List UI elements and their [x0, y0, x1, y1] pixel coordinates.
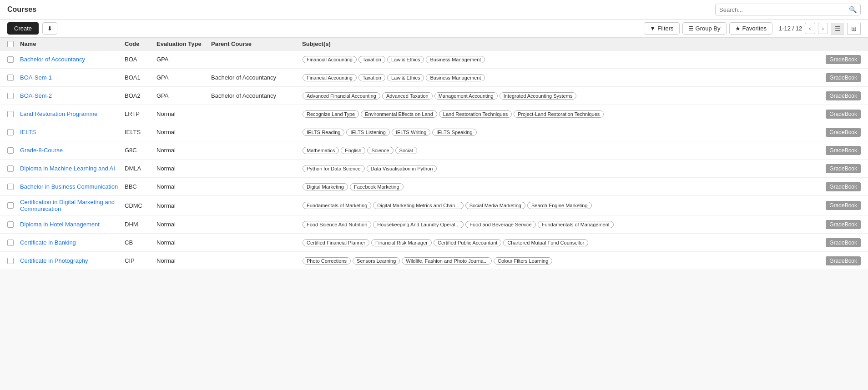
row-parent-course: Bachelor of Accountancy: [211, 92, 302, 99]
subject-tag: Taxation: [358, 56, 385, 63]
row-checkbox[interactable]: [7, 93, 14, 99]
row-eval-type: Normal: [156, 239, 211, 246]
filter-icon: ▼: [650, 25, 656, 32]
list-view-button[interactable]: ☰: [831, 23, 844, 35]
row-code: G8C: [125, 147, 156, 154]
row-name[interactable]: Grade-8-Course: [20, 147, 125, 154]
gradebook-button[interactable]: GradeBook: [826, 128, 861, 137]
favorites-button[interactable]: ★ Favorites: [729, 22, 772, 35]
subject-tag: Facebook Marketing: [350, 183, 404, 190]
gradebook-button[interactable]: GradeBook: [826, 238, 861, 247]
row-subjects: IELTS-ReadingIELTS-ListeningIELTS-Writin…: [302, 128, 820, 136]
row-checkbox[interactable]: [7, 240, 14, 246]
group-by-button[interactable]: ☰ Group By: [682, 22, 727, 35]
subject-tag: Certified Public Accountant: [434, 239, 501, 246]
row-subjects: Financial AccountingTaxationLaw & Ethics…: [302, 74, 820, 82]
row-name[interactable]: Bachelor of Accountancy: [20, 56, 125, 63]
row-name[interactable]: Land Restoration Programme: [20, 110, 125, 117]
subject-tag: Food and Beverage Service: [465, 221, 535, 228]
row-eval-type: Normal: [156, 147, 211, 154]
row-name[interactable]: Certificate in Photography: [20, 257, 125, 264]
row-checkbox[interactable]: [7, 165, 14, 172]
row-checkbox[interactable]: [7, 221, 14, 228]
row-code: BOA1: [125, 74, 156, 81]
subject-tag: Colour Filters Learning: [494, 257, 552, 265]
gradebook-button[interactable]: GradeBook: [826, 201, 861, 210]
subject-tag: Sensors Learning: [353, 257, 400, 265]
gradebook-button[interactable]: GradeBook: [826, 91, 861, 100]
subject-tag: Science: [367, 147, 393, 154]
subject-tag: Social: [395, 147, 417, 154]
row-eval-type: Normal: [156, 110, 211, 117]
table-row: Grade-8-CourseG8CNormalMathematicsEnglis…: [0, 141, 868, 160]
filters-button[interactable]: ▼ Filters: [644, 22, 679, 35]
subject-tag: Business Management: [426, 56, 485, 63]
gradebook-button[interactable]: GradeBook: [826, 110, 861, 119]
pagination-info: 1-12 / 12: [779, 25, 802, 32]
next-page-button[interactable]: ›: [818, 23, 828, 34]
subject-tag: Financial Accounting: [303, 56, 357, 63]
subject-tag: IELTS-Listening: [346, 129, 389, 136]
gradebook-button[interactable]: GradeBook: [826, 146, 861, 155]
row-code: DMLA: [125, 165, 156, 172]
row-name[interactable]: BOA-Sem-2: [20, 92, 125, 99]
gradebook-button[interactable]: GradeBook: [826, 182, 861, 191]
grid-view-button[interactable]: ⊞: [847, 23, 861, 35]
row-eval-type: GPA: [156, 56, 211, 63]
row-checkbox[interactable]: [7, 147, 14, 154]
row-code: CB: [125, 239, 156, 246]
row-subjects: Financial AccountingTaxationLaw & Ethics…: [302, 55, 820, 64]
row-subjects: Fundamentals of MarketingDigital Marketi…: [302, 201, 820, 210]
gradebook-button[interactable]: GradeBook: [826, 73, 861, 82]
row-checkbox[interactable]: [7, 184, 14, 190]
table-row: BOA-Sem-2BOA2GPABachelor of AccountancyA…: [0, 87, 868, 105]
row-name[interactable]: Diploma in Hotel Management: [20, 221, 125, 228]
row-name[interactable]: Certificate in Banking: [20, 239, 125, 246]
row-name[interactable]: Certification in Digital Marketing and C…: [20, 199, 125, 212]
search-input[interactable]: [719, 6, 849, 13]
row-name[interactable]: Bachelor in Business Communication: [20, 183, 125, 190]
table-row: Bachelor in Business CommunicationBBCNor…: [0, 178, 868, 196]
gradebook-button[interactable]: GradeBook: [826, 256, 861, 265]
subject-tag: Chartered Mutual Fund Counsellor: [503, 239, 588, 246]
gradebook-button[interactable]: GradeBook: [826, 164, 861, 173]
download-button[interactable]: ⬇: [42, 22, 57, 35]
row-checkbox[interactable]: [7, 202, 14, 209]
subject-tag: Fundamentals of Management: [538, 221, 614, 228]
row-name[interactable]: BOA-Sem-1: [20, 74, 125, 81]
row-checkbox[interactable]: [7, 75, 14, 81]
subject-tag: Photo Corrections: [303, 257, 351, 265]
subject-tag: Certified Financial Planner: [303, 239, 369, 246]
subject-tag: Digital Marketing Metrics and Chan...: [373, 202, 463, 209]
page-title: Courses: [7, 5, 36, 14]
subject-tag: Financial Accounting: [303, 74, 357, 81]
header-parent-course: Parent Course: [211, 40, 302, 47]
row-name[interactable]: Diploma in Machine Learning and AI: [20, 165, 125, 172]
table-row: Land Restoration ProgrammeLRTPNormalReco…: [0, 105, 868, 123]
gradebook-button[interactable]: GradeBook: [826, 220, 861, 229]
table-row: Certificate in PhotographyCIPNormalPhoto…: [0, 252, 868, 270]
row-code: BOA: [125, 56, 156, 63]
create-button[interactable]: Create: [7, 22, 39, 35]
subject-tag: Mathematics: [303, 147, 339, 154]
row-checkbox[interactable]: [7, 258, 14, 264]
search-icon[interactable]: 🔍: [849, 6, 857, 13]
row-code: BOA2: [125, 92, 156, 99]
row-eval-type: Normal: [156, 183, 211, 190]
table-row: Diploma in Machine Learning and AIDMLANo…: [0, 160, 868, 178]
row-eval-type: Normal: [156, 129, 211, 135]
row-checkbox[interactable]: [7, 129, 14, 135]
row-name[interactable]: IELTS: [20, 129, 125, 135]
group-by-label: Group By: [696, 25, 721, 32]
gradebook-button[interactable]: GradeBook: [826, 55, 861, 64]
filters-label: Filters: [657, 25, 673, 32]
row-checkbox[interactable]: [7, 111, 14, 117]
header-check[interactable]: [7, 41, 20, 47]
prev-page-button[interactable]: ‹: [805, 23, 815, 34]
table-row: IELTSIELTSNormalIELTS-ReadingIELTS-Liste…: [0, 123, 868, 141]
row-code: IELTS: [125, 129, 156, 135]
subject-tag: IELTS-Speaking: [432, 129, 476, 136]
groupby-icon: ☰: [688, 25, 694, 32]
row-checkbox[interactable]: [7, 56, 14, 63]
subject-tag: Integrated Accounting Systems: [500, 92, 577, 100]
